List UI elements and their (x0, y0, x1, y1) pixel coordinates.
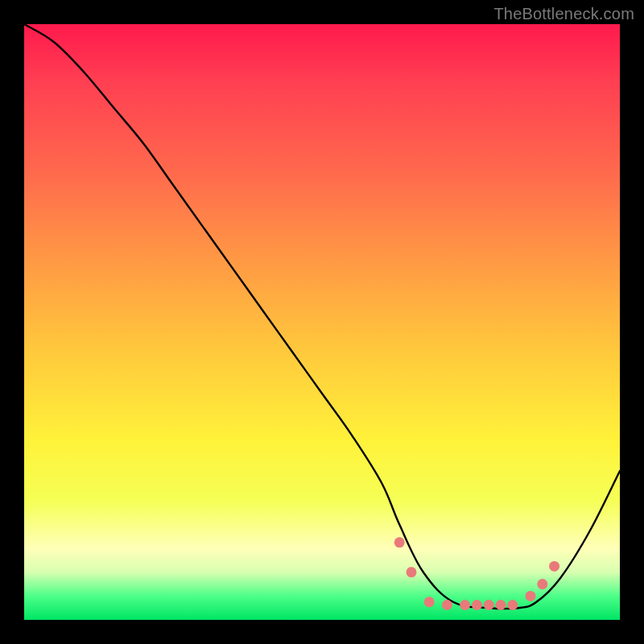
highlight-dot (537, 579, 547, 589)
highlight-dot (472, 600, 482, 610)
highlight-dot (496, 600, 506, 610)
curve-svg (24, 24, 620, 620)
plot-area (24, 24, 620, 620)
watermark-text: TheBottleneck.com (493, 5, 634, 23)
highlight-dot (549, 561, 559, 572)
highlight-dot (507, 600, 518, 610)
highlight-dot (442, 600, 452, 610)
bottleneck-curve (24, 24, 620, 609)
highlight-dot (407, 567, 417, 577)
chart-frame: TheBottleneck.com (0, 0, 644, 644)
highlight-dot (484, 600, 494, 610)
highlight-dots (394, 537, 559, 610)
highlight-dot (526, 591, 536, 601)
highlight-dot (394, 537, 405, 547)
highlight-dot (460, 600, 470, 610)
highlight-dot (424, 597, 435, 607)
